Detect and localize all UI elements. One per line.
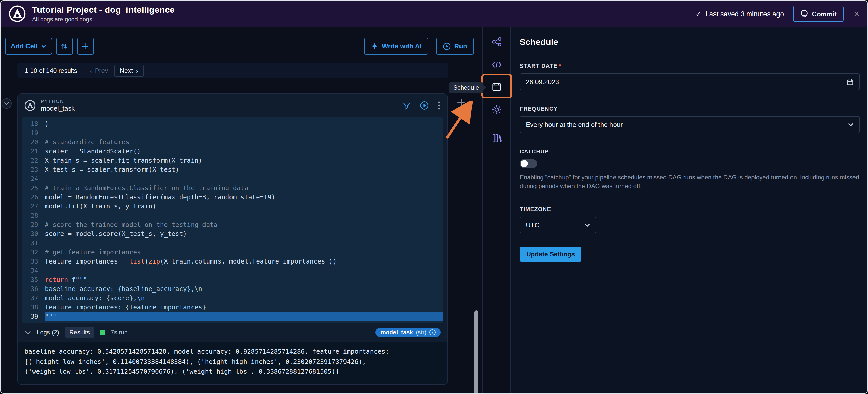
- code-line[interactable]: 31: [22, 238, 443, 248]
- catchup-toggle[interactable]: [520, 159, 537, 168]
- run-button[interactable]: Run: [436, 38, 474, 55]
- code-line[interactable]: 23X_test_s = scaler.transform(X_test): [22, 165, 443, 174]
- code-line[interactable]: 21scaler = StandardScaler(): [22, 147, 443, 156]
- add-cell-button[interactable]: Add Cell: [5, 38, 52, 55]
- line-number: 18: [22, 119, 38, 128]
- line-number: 30: [22, 229, 38, 238]
- code-line[interactable]: 33feature_importances = list(zip(X_train…: [22, 257, 443, 266]
- line-number: 34: [22, 266, 38, 275]
- pipeline-icon[interactable]: [492, 37, 502, 47]
- line-number: 26: [22, 193, 38, 202]
- code-line[interactable]: 20# standardize features: [22, 138, 443, 147]
- code-tab-icon[interactable]: [492, 60, 502, 70]
- timezone-select[interactable]: UTC: [520, 217, 596, 233]
- write-with-ai-button[interactable]: Write with AI: [364, 38, 428, 55]
- code-line[interactable]: 39""": [22, 312, 443, 321]
- vertical-scrollbar[interactable]: [474, 310, 478, 394]
- code-line[interactable]: 34: [22, 266, 443, 275]
- run-status-icon: [100, 330, 105, 335]
- chevron-down-icon: [4, 102, 9, 105]
- catchup-help-text: Enabling "catchup" for your pipeline sch…: [520, 173, 860, 191]
- close-icon[interactable]: ×: [854, 9, 859, 18]
- code-line[interactable]: 19: [22, 128, 443, 138]
- line-number: 33: [22, 257, 38, 266]
- reorder-cells-button[interactable]: [56, 38, 73, 55]
- cell-language: PYTHON: [41, 98, 75, 104]
- commit-button[interactable]: Commit: [793, 6, 844, 22]
- code-line[interactable]: 37model accuracy: {score},\n: [22, 294, 443, 303]
- code-text: model.fit(X_train_s, y_train): [45, 202, 443, 211]
- line-number: 24: [22, 174, 38, 184]
- page-subtitle: All dogs are good dogs!: [32, 16, 175, 23]
- catchup-label: CATCHUP: [520, 148, 860, 155]
- add-block-button[interactable]: [77, 38, 94, 55]
- code-text: baseline accuracy: {baseline_accuracy},\…: [45, 285, 443, 294]
- code-line[interactable]: 24: [22, 174, 443, 184]
- code-cell: PYTHON model_task: [17, 93, 448, 385]
- code-line[interactable]: 35return f""": [22, 275, 443, 285]
- output-line: baseline accuracy: 0.5428571428571428, m…: [25, 347, 441, 357]
- code-line[interactable]: 32# get feature importances: [22, 248, 443, 257]
- toggle-knob: [521, 160, 528, 167]
- code-line[interactable]: 38feature importances: {feature_importan…: [22, 303, 443, 312]
- start-date-label: START DATE*: [520, 63, 860, 69]
- swap-vertical-icon: [61, 42, 68, 50]
- cell-header: PYTHON model_task: [18, 94, 447, 117]
- results-pagination: 1-10 of 140 results ‹ Prev Next ›: [17, 63, 448, 78]
- code-line[interactable]: 22X_train_s = scaler.fit_transform(X_tra…: [22, 156, 443, 165]
- code-text: [45, 266, 443, 275]
- chevron-down-icon: [584, 223, 590, 227]
- astro-logo-icon: [9, 5, 26, 23]
- logs-toggle[interactable]: Logs (2): [37, 329, 59, 336]
- code-text: score = model.score(X_test_s, y_test): [45, 229, 443, 238]
- start-date-input[interactable]: 26.09.2023: [520, 73, 860, 90]
- output-line: ('weight_low_lbs', 0.31711254570790676),…: [25, 366, 441, 376]
- output-variable-badge[interactable]: model_task (str) i: [376, 328, 441, 337]
- page-title: Tutorial Project - dog_intelligence: [32, 5, 175, 15]
- schedule-tooltip-label: Schedule: [454, 84, 479, 91]
- schedule-calendar-icon[interactable]: [492, 81, 502, 92]
- code-text: model = RandomForestClassifier(max_depth…: [45, 193, 443, 202]
- line-number: 23: [22, 165, 38, 174]
- code-text: [45, 174, 443, 184]
- next-button[interactable]: Next ›: [114, 64, 144, 77]
- info-icon[interactable]: i: [429, 329, 436, 335]
- library-icon[interactable]: [492, 133, 502, 143]
- play-icon: [442, 42, 451, 50]
- line-number: 29: [22, 220, 38, 229]
- line-number: 36: [22, 285, 38, 294]
- prev-button[interactable]: ‹ Prev: [90, 67, 108, 74]
- code-line[interactable]: 30score = model.score(X_test_s, y_test): [22, 229, 443, 238]
- line-number: 38: [22, 303, 38, 312]
- code-text: [45, 128, 443, 138]
- schedule-tooltip: Schedule: [449, 82, 484, 93]
- run-cell-icon[interactable]: [420, 101, 429, 110]
- code-line[interactable]: 26model = RandomForestClassifier(max_dep…: [22, 193, 443, 202]
- cell-name[interactable]: model_task: [41, 104, 75, 113]
- code-editor[interactable]: 18)1920# standardize features21scaler = …: [22, 117, 443, 323]
- schedule-panel: Schedule START DATE* 26.09.2023 FREQUENC…: [511, 27, 867, 394]
- calendar-picker-icon[interactable]: [846, 78, 854, 86]
- filter-icon[interactable]: [402, 101, 411, 110]
- code-text: X_test_s = scaler.transform(X_test): [45, 165, 443, 174]
- update-settings-button[interactable]: Update Settings: [520, 247, 581, 262]
- frequency-select[interactable]: Every hour at the end of the hour: [520, 116, 860, 133]
- add-cell-label: Add Cell: [11, 42, 37, 50]
- collapse-output-icon[interactable]: [25, 330, 31, 335]
- code-line[interactable]: 27model.fit(X_train_s, y_train): [22, 202, 443, 211]
- code-line[interactable]: 28: [22, 211, 443, 220]
- chevron-right-icon: ›: [136, 67, 138, 74]
- output-line: [('height_low_inches', 0.114007333841483…: [25, 357, 441, 366]
- code-line[interactable]: 25# train a RandomForestClassifier on th…: [22, 184, 443, 193]
- code-text: # score the trained model on the testing…: [45, 220, 443, 229]
- line-number: 21: [22, 147, 38, 156]
- code-line[interactable]: 29# score the trained model on the testi…: [22, 220, 443, 229]
- sidebar-icon-strip: [483, 27, 511, 394]
- code-line[interactable]: 18): [22, 119, 443, 128]
- prev-label: Prev: [95, 67, 108, 74]
- line-number: 32: [22, 248, 38, 257]
- code-line[interactable]: 36baseline accuracy: {baseline_accuracy}…: [22, 285, 443, 294]
- results-tab[interactable]: Results: [65, 327, 94, 338]
- gear-icon[interactable]: [492, 104, 502, 115]
- collapse-cell-button[interactable]: [2, 98, 12, 108]
